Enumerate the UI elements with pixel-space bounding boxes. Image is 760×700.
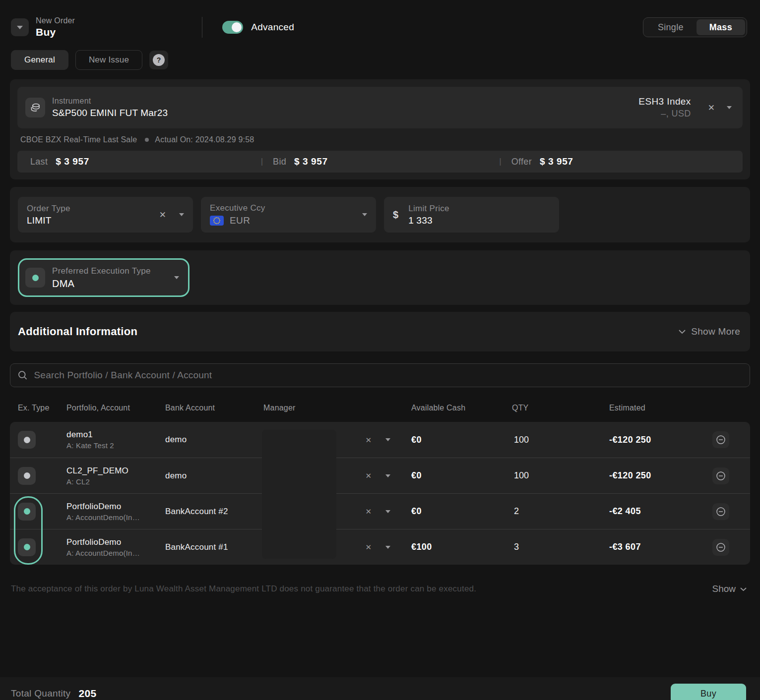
instrument-texts: Instrument S&P500 EMINI FUT Mar23 [52, 97, 168, 118]
chevron-down-icon[interactable] [727, 106, 732, 109]
minus-circle-icon [715, 434, 726, 445]
advanced-toggle[interactable] [222, 21, 243, 34]
tab-new-issue[interactable]: New Issue [75, 50, 142, 70]
chevron-down-icon [17, 26, 23, 29]
execution-type-toggle[interactable] [18, 431, 36, 449]
execution-type-label: Preferred Execution Type [52, 266, 151, 276]
account-name: A: CL2 [66, 477, 165, 486]
estimated-value: -€120 250 [609, 435, 712, 445]
chevron-down-icon[interactable] [174, 276, 179, 279]
help-button[interactable]: ? [149, 51, 168, 69]
advanced-toggle-group: Advanced [202, 17, 294, 38]
chevron-down-icon[interactable] [385, 546, 390, 549]
execution-type-toggle[interactable] [18, 503, 36, 521]
ticker-name: ESH3 Index [638, 96, 691, 107]
execution-type-toggle[interactable] [18, 467, 36, 485]
estimated-value: -€2 405 [609, 506, 712, 517]
clear-manager-icon[interactable]: ✕ [365, 472, 372, 479]
chevron-down-icon[interactable] [179, 213, 184, 216]
remove-row-button[interactable] [712, 539, 729, 556]
col-portfolio-account: Portfolio, Account [66, 404, 165, 412]
clear-manager-icon[interactable]: ✕ [365, 508, 372, 515]
total-quantity-label: Total Quantity [11, 688, 70, 699]
quantity-value[interactable]: 100 [512, 470, 609, 481]
quote-timestamp: Actual On: 2024.08.29 9:58 [155, 135, 254, 144]
execution-type-panel: Preferred Execution Type DMA [10, 250, 750, 305]
chevron-down-icon[interactable] [385, 474, 390, 477]
tabs-row: General New Issue ? [11, 50, 749, 70]
advanced-label: Advanced [251, 22, 294, 33]
portfolio-name: CL2_PF_DEMO [66, 466, 165, 476]
remove-row-button[interactable] [712, 503, 729, 520]
clear-manager-icon[interactable]: ✕ [365, 543, 372, 551]
top-bar: New Order Buy Advanced Single Mass [11, 10, 747, 45]
table-row[interactable]: CL2_PF_DEMO A: CL2 demo ✕ €0 100 -€120 2… [10, 458, 750, 493]
offer-value: $ 3 957 [540, 156, 573, 167]
tab-general[interactable]: General [11, 50, 68, 70]
chevron-down-icon[interactable] [385, 438, 390, 441]
instrument-name: S&P500 EMINI FUT Mar23 [52, 108, 168, 118]
clear-manager-icon[interactable]: ✕ [365, 436, 372, 444]
preferred-execution-type-field[interactable]: Preferred Execution Type DMA [18, 258, 190, 297]
last-price-cell: Last $ 3 957 [22, 156, 261, 167]
instrument-coins-icon [25, 98, 45, 117]
bank-account: demo [165, 471, 263, 481]
disclaimer-text: The acceptance of this order by Luna Wea… [11, 584, 476, 594]
order-type-field[interactable]: Order Type LIMIT ✕ [18, 197, 193, 233]
table-row[interactable]: PortfolioDemo A: AccountDemo(In… BankAcc… [10, 529, 750, 565]
quantity-value[interactable]: 3 [512, 542, 609, 552]
execution-dot-icon [32, 275, 39, 281]
search-bar[interactable] [10, 363, 750, 387]
mode-mass-button[interactable]: Mass [697, 19, 745, 35]
buy-button[interactable]: Buy [671, 684, 746, 700]
manager-column-overlay [262, 430, 336, 559]
chevron-down-icon[interactable] [362, 213, 367, 216]
account-name: A: AccountDemo(In… [66, 513, 165, 522]
clear-order-type-icon[interactable]: ✕ [159, 211, 166, 219]
order-params-panel: Order Type LIMIT ✕ Executive Ccy [10, 187, 750, 242]
table-row[interactable]: PortfolioDemo A: AccountDemo(In… BankAcc… [10, 493, 750, 529]
instrument-field[interactable]: Instrument S&P500 EMINI FUT Mar23 ESH3 I… [17, 87, 743, 128]
minus-circle-icon [715, 506, 726, 517]
quote-meta-row: CBOE BZX Real-Time Last Sale Actual On: … [20, 134, 743, 145]
bank-account: BankAccount #2 [165, 507, 263, 517]
remove-row-button[interactable] [712, 467, 729, 484]
quantity-value[interactable]: 2 [512, 506, 609, 517]
mode-single-button[interactable]: Single [645, 19, 697, 35]
total-quantity-value: 205 [78, 688, 96, 700]
additional-information-title: Additional Information [18, 325, 137, 338]
dollar-icon: $ [393, 209, 398, 221]
order-side-dropdown-button[interactable] [11, 18, 29, 36]
bid-value: $ 3 957 [294, 156, 328, 167]
last-value: $ 3 957 [56, 156, 89, 167]
remove-row-button[interactable] [712, 431, 729, 448]
bid-price-cell: | Bid $ 3 957 [261, 156, 500, 167]
col-available-cash: Available Cash [411, 404, 512, 412]
show-more-button[interactable]: Show More [678, 326, 740, 337]
portfolio-name: demo1 [66, 430, 165, 440]
execution-type-value: DMA [52, 278, 151, 290]
available-cash: €100 [411, 542, 512, 552]
search-input[interactable] [34, 370, 743, 381]
limit-price-field[interactable]: $ Limit Price 1 333 [384, 197, 559, 233]
account-name: A: AccountDemo(In… [66, 549, 165, 557]
limit-price-label: Limit Price [408, 204, 449, 214]
minus-circle-icon [715, 470, 726, 481]
ticker-detail: –, USD [638, 109, 691, 119]
additional-information-panel: Additional Information Show More [10, 312, 750, 351]
order-type-value: LIMIT [27, 215, 70, 226]
order-side-label: Buy [36, 26, 75, 38]
executive-ccy-field[interactable]: Executive Ccy EUR [201, 197, 376, 233]
instrument-panel: Instrument S&P500 EMINI FUT Mar23 ESH3 I… [10, 79, 750, 179]
portfolio-name: PortfolioDemo [66, 537, 165, 547]
clear-instrument-icon[interactable]: ✕ [708, 104, 715, 112]
quantity-value[interactable]: 100 [512, 435, 609, 445]
execution-type-toggle[interactable] [18, 538, 36, 556]
table-row[interactable]: demo1 A: Kate Test 2 demo ✕ €0 100 -€120… [10, 422, 750, 458]
limit-price-value: 1 333 [408, 215, 449, 226]
estimated-value: -€3 607 [609, 542, 712, 552]
eu-flag-icon [210, 216, 224, 226]
chevron-down-icon[interactable] [385, 510, 390, 513]
show-disclaimer-button[interactable]: Show [712, 583, 747, 594]
order-kicker: New Order [36, 16, 75, 25]
